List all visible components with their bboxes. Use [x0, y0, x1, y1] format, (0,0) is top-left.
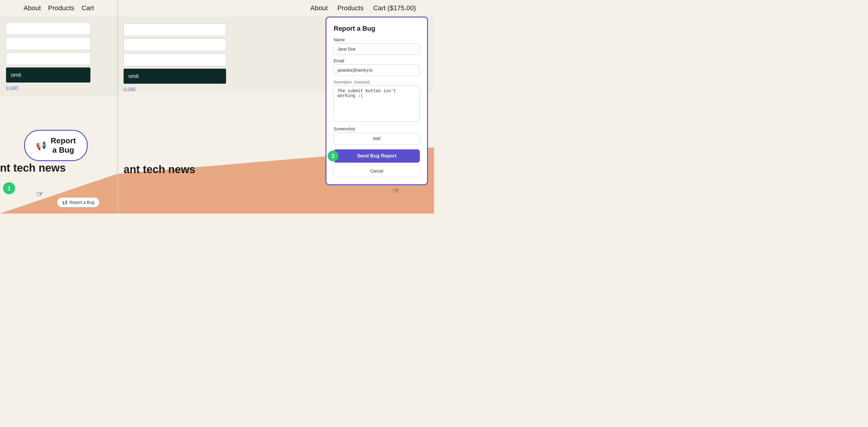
left-input-1[interactable] — [6, 22, 90, 35]
send-bug-report-button[interactable]: Send Bug Report — [334, 150, 420, 163]
small-report-label: Report a Bug — [70, 200, 95, 205]
right-nav-cart[interactable]: Cart ($175.00) — [373, 4, 416, 12]
bug-report-panel: Report a Bug Name Email Description (req… — [326, 17, 428, 185]
left-nav-cart[interactable]: Cart — [82, 4, 94, 12]
left-cart-link[interactable]: o cart — [6, 85, 112, 90]
right-nav-products[interactable]: Products — [337, 4, 364, 12]
bug-report-title: Report a Bug — [334, 25, 420, 33]
left-ant-tech-news: ant tech news — [0, 162, 66, 174]
right-input-3[interactable] — [124, 54, 226, 66]
cursor-left: ☞ — [36, 189, 44, 199]
report-bug-label: Report a Bug — [51, 136, 76, 155]
right-ant-tech-news: ant tech news — [124, 163, 195, 176]
left-nav-products[interactable]: Products — [48, 4, 74, 12]
description-label: Description (required) — [334, 79, 420, 84]
megaphone-icon-small: 📢 — [62, 200, 67, 205]
right-panel: About Products Cart ($175.00) omit o car… — [118, 0, 434, 214]
left-input-2[interactable] — [6, 37, 90, 50]
left-nav-about[interactable]: About — [24, 4, 41, 12]
step-2-badge: 2 — [328, 151, 338, 161]
email-label: Email — [334, 58, 420, 63]
name-input[interactable] — [334, 43, 420, 55]
step-1-badge: 1 — [3, 182, 15, 194]
name-label: Name — [334, 37, 420, 42]
left-input-3[interactable] — [6, 53, 90, 65]
left-submit-button[interactable]: omit — [6, 67, 90, 83]
cancel-button[interactable]: Cancel — [334, 165, 420, 177]
right-input-1[interactable] — [124, 24, 226, 36]
right-nav: About Products Cart ($175.00) — [118, 0, 434, 16]
left-panel: About Products Cart omit o cart ant tech… — [0, 0, 118, 214]
right-input-2[interactable] — [124, 38, 226, 51]
report-bug-button-large[interactable]: 📢 Report a Bug — [24, 130, 88, 161]
screenshot-label: Screenshot — [334, 127, 420, 131]
report-bug-button-small[interactable]: 📢 Report a Bug — [57, 197, 100, 207]
right-nav-about[interactable]: About — [310, 4, 328, 12]
right-submit-button[interactable]: omit — [124, 69, 226, 84]
megaphone-icon: 📢 — [36, 141, 46, 151]
left-nav: About Products Cart — [0, 0, 118, 16]
email-input[interactable] — [334, 64, 420, 76]
description-required: (required) — [354, 80, 370, 84]
add-screenshot-button[interactable]: Add — [334, 132, 420, 144]
description-textarea[interactable]: The submit button isn't working :( — [334, 86, 420, 122]
cursor-right: ☞ — [393, 186, 399, 195]
panel-divider — [118, 0, 118, 214]
left-form-area: omit o cart — [0, 16, 118, 96]
